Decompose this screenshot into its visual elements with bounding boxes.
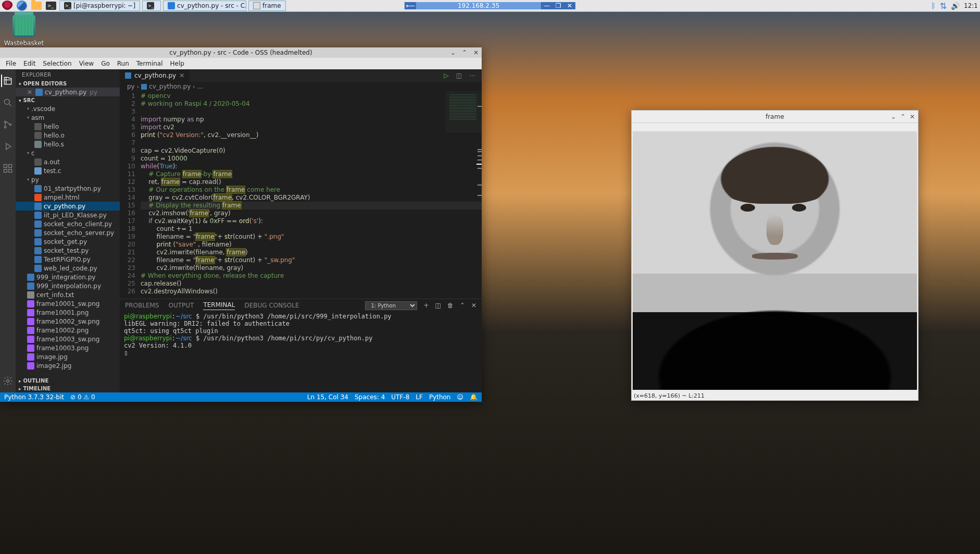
new-terminal-icon[interactable]: + [423, 302, 429, 309]
taskbar-task[interactable]: frame [248, 1, 286, 11]
minimize-icon[interactable]: ⌄ [891, 113, 896, 120]
tree-file[interactable]: web_led_code.py [16, 264, 120, 273]
tree-file[interactable]: ampel.html [16, 193, 120, 202]
editor-tab[interactable]: cv_python.py ✕ [120, 69, 190, 82]
menu-selection[interactable]: Selection [39, 60, 75, 67]
scm-icon[interactable] [2, 118, 14, 131]
status-eol[interactable]: LF [416, 393, 423, 401]
tree-file[interactable]: frame10002.png [16, 326, 120, 335]
open-editor-item[interactable]: ✕ cv_python.py py [16, 88, 120, 96]
panel-tab-terminal[interactable]: TERMINAL [203, 301, 235, 310]
status-language[interactable]: Python [429, 393, 451, 401]
tree-file[interactable]: frame10002_sw.png [16, 317, 120, 326]
workspace-header[interactable]: SRC [16, 96, 120, 104]
menu-run[interactable]: Run [114, 60, 133, 67]
remote-min-icon[interactable]: — [541, 2, 552, 9]
tree-file[interactable]: cert_info.txt [16, 290, 120, 299]
tree-file[interactable]: 01_startpython.py [16, 184, 120, 193]
remote-prev-icon[interactable]: ⟵ [405, 2, 416, 9]
tree-folder[interactable]: .vscode [16, 104, 120, 113]
timeline-header[interactable]: TIMELINE [16, 385, 120, 392]
close-panel-icon[interactable]: ✕ [471, 302, 476, 309]
split-terminal-icon[interactable]: ◫ [435, 302, 441, 309]
menu-button[interactable] [1, 0, 14, 11]
tree-file[interactable]: socket_get.py [16, 237, 120, 246]
terminal-selector[interactable]: 1: Python [365, 301, 417, 310]
close-tab-icon[interactable]: ✕ [179, 72, 184, 79]
tree-file[interactable]: 999_integration.py [16, 273, 120, 281]
menu-help[interactable]: Help [167, 60, 188, 67]
tree-file[interactable]: hello.o [16, 131, 120, 140]
web-browser-button[interactable] [16, 0, 28, 11]
taskbar-task[interactable]: >_[pi@raspberrypi: ~] [59, 1, 140, 11]
kill-terminal-icon[interactable]: 🗑 [447, 302, 454, 309]
file-manager-button[interactable] [30, 0, 43, 11]
code-editor[interactable]: 1234567891011121314151617181920212223242… [120, 91, 482, 299]
status-encoding[interactable]: UTF-8 [391, 393, 409, 401]
tree-file[interactable]: socket_echo_client.py [16, 219, 120, 228]
tree-file[interactable]: frame10003.png [16, 343, 120, 352]
remote-max-icon[interactable]: ❐ [552, 2, 564, 9]
tree-file[interactable]: image2.jpg [16, 361, 120, 370]
feedback-icon[interactable]: ☺ [457, 393, 463, 401]
tree-file[interactable]: hello [16, 122, 120, 131]
tree-file[interactable]: iit_pi_LED_Klasse.py [16, 211, 120, 219]
close-editor-icon[interactable]: ✕ [27, 89, 32, 96]
tree-file[interactable]: socket_echo_server.py [16, 228, 120, 237]
split-editor-icon[interactable]: ◫ [456, 72, 462, 79]
taskbar-task[interactable]: >_ [142, 1, 161, 11]
panel-tab-problems[interactable]: PROBLEMS [125, 302, 159, 309]
explorer-icon[interactable] [1, 75, 14, 87]
maximize-icon[interactable]: ⌃ [461, 49, 468, 56]
tree-file[interactable]: frame10003_sw.png [16, 335, 120, 343]
tree-folder[interactable]: c [16, 149, 120, 157]
tree-file[interactable]: socket_test.py [16, 246, 120, 255]
settings-icon[interactable] [2, 375, 14, 387]
tree-folder[interactable]: asm [16, 113, 120, 122]
bell-icon[interactable]: 🔔 [470, 393, 478, 401]
tree-file[interactable]: image.jpg [16, 352, 120, 361]
tree-file[interactable]: frame10001_sw.png [16, 299, 120, 308]
desktop-trash[interactable]: Wastebasket [3, 15, 45, 47]
status-python[interactable]: Python 3.7.3 32-bit [4, 393, 64, 401]
breadcrumb[interactable]: py › cv_python.py › ... [120, 82, 482, 91]
close-icon[interactable]: ✕ [472, 49, 480, 56]
status-problems[interactable]: ⊘ 0 ⚠ 0 [70, 393, 95, 401]
volume-icon[interactable]: 🔊 [951, 2, 960, 10]
panel-tab-debug-console[interactable]: DEBUG CONSOLE [244, 302, 299, 309]
tree-file[interactable]: 999_interpolation.py [16, 281, 120, 290]
vscode-titlebar[interactable]: cv_python.py - src - Code - OSS (headmel… [0, 47, 482, 58]
outline-header[interactable]: OUTLINE [16, 377, 120, 385]
taskbar-task[interactable]: cv_python.py - src - C... [163, 1, 246, 11]
more-actions-icon[interactable]: ⋯ [469, 72, 475, 79]
maximize-icon[interactable]: ⌃ [900, 113, 906, 120]
menu-terminal[interactable]: Terminal [133, 60, 167, 67]
tree-folder[interactable]: py [16, 175, 120, 184]
debug-icon[interactable] [2, 140, 14, 153]
clock[interactable]: 12:1 [964, 2, 978, 9]
tree-file[interactable]: hello.s [16, 140, 120, 149]
terminal-output[interactable]: pi@raspberrypi:~/src $ /usr/bin/python3 … [120, 312, 482, 392]
bluetooth-icon[interactable]: ᛒ [931, 1, 936, 10]
run-icon[interactable]: ▷ [444, 72, 448, 79]
extensions-icon[interactable] [2, 162, 14, 175]
menu-go[interactable]: Go [97, 60, 114, 67]
status-spaces[interactable]: Spaces: 4 [355, 393, 385, 401]
panel-tab-output[interactable]: OUTPUT [169, 302, 194, 309]
tree-file[interactable]: frame10001.png [16, 308, 120, 317]
tree-file[interactable]: a.out [16, 157, 120, 166]
tree-file[interactable]: TestRPiGPIO.py [16, 255, 120, 264]
menu-file[interactable]: File [2, 60, 20, 67]
menu-view[interactable]: View [76, 60, 97, 67]
tree-file[interactable]: cv_python.py [16, 202, 120, 211]
close-icon[interactable]: ✕ [910, 113, 915, 120]
terminal-button[interactable]: >_ [45, 0, 57, 11]
status-cursor[interactable]: Ln 15, Col 34 [307, 393, 348, 401]
tree-file[interactable]: test.c [16, 166, 120, 175]
overview-ruler[interactable] [476, 91, 482, 299]
search-icon[interactable] [2, 96, 14, 109]
frame-titlebar[interactable]: frame ⌄ ⌃ ✕ [632, 110, 918, 123]
remote-close-icon[interactable]: ✕ [564, 2, 575, 9]
open-editors-header[interactable]: OPEN EDITORS [16, 80, 120, 88]
menu-edit[interactable]: Edit [20, 60, 39, 67]
